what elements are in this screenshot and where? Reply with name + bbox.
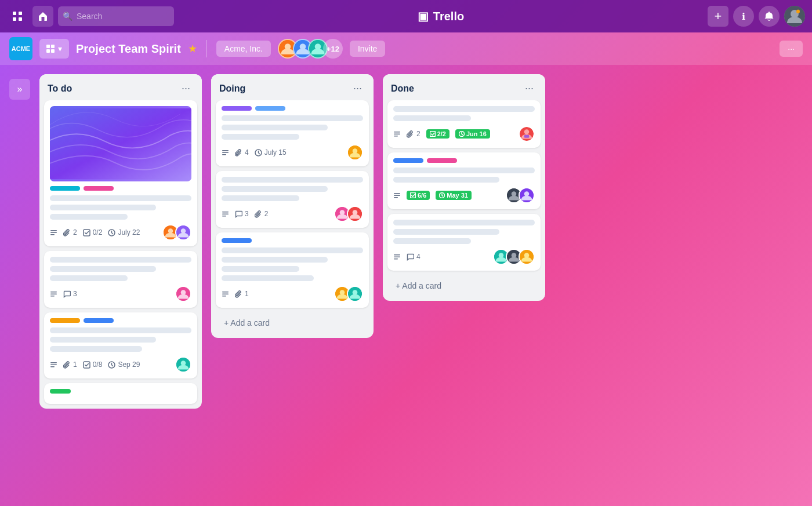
- tag-pink: [427, 158, 457, 163]
- checklist-badge-done: 2/2: [426, 129, 449, 139]
- search-container[interactable]: 🔍: [58, 6, 174, 26]
- card-doing-1[interactable]: 4 July 15: [216, 100, 369, 166]
- header-more-button[interactable]: ···: [780, 41, 803, 57]
- card-attachments: 2: [63, 228, 77, 236]
- svg-rect-0: [13, 12, 16, 15]
- svg-rect-2: [13, 17, 16, 21]
- workspace-badge[interactable]: Acme, Inc.: [216, 41, 271, 57]
- workspace-logo[interactable]: ACME: [9, 37, 32, 60]
- tag-blue-light: [255, 106, 285, 111]
- card-done-3[interactable]: 4: [387, 214, 541, 271]
- board-content: » To do ···: [0, 65, 812, 506]
- card-avatars: [175, 286, 191, 302]
- card-line: [50, 275, 128, 281]
- card-line: [50, 266, 156, 272]
- card-due-date: July 22: [108, 228, 140, 236]
- app-title-area: ▣ Trello: [179, 9, 703, 23]
- svg-rect-54: [222, 293, 229, 294]
- card-avatars: [519, 126, 535, 142]
- card-attachments: 4: [235, 148, 249, 156]
- card-todo-4[interactable]: [44, 383, 197, 404]
- checklist-badge-done: 6/6: [407, 191, 430, 200]
- card-avatars: [334, 206, 363, 222]
- svg-point-25: [168, 228, 173, 234]
- card-description-icon: [50, 290, 57, 298]
- card-avatar: [347, 206, 363, 222]
- grid-menu-icon[interactable]: [7, 6, 28, 27]
- svg-rect-41: [222, 152, 229, 153]
- tag-green: [50, 389, 71, 394]
- card-done-1[interactable]: 2 2/2 Jun 16: [387, 100, 541, 148]
- svg-rect-67: [524, 135, 530, 138]
- app-title: Trello: [433, 10, 464, 23]
- card-line: [222, 134, 299, 140]
- svg-point-81: [499, 253, 504, 258]
- card-line: [222, 186, 328, 192]
- card-avatar: [175, 286, 191, 302]
- card-attachments: 1: [63, 361, 77, 369]
- card-description-icon: [222, 290, 229, 298]
- info-button[interactable]: ℹ: [733, 6, 754, 27]
- invite-button[interactable]: Invite: [350, 41, 385, 57]
- svg-point-76: [524, 191, 530, 196]
- star-button[interactable]: ★: [188, 42, 197, 55]
- card-line: [393, 177, 499, 183]
- card-line: [222, 247, 363, 253]
- add-card-doing-button[interactable]: + Add a card: [216, 312, 369, 333]
- notifications-button[interactable]: [759, 6, 780, 27]
- card-attachments: 2: [407, 130, 420, 138]
- add-button[interactable]: +: [708, 6, 728, 27]
- card-description-icon: [50, 229, 57, 236]
- card-line: [393, 229, 499, 235]
- card-line: [222, 177, 363, 183]
- more-members-badge[interactable]: +12: [323, 39, 343, 59]
- card-todo-1[interactable]: 2 0/2 July 22: [44, 100, 197, 246]
- svg-rect-18: [50, 108, 191, 179]
- card-avatars: [162, 224, 191, 241]
- card-footer: 1 0/8 Sep 29: [50, 356, 191, 373]
- card-line: [222, 115, 363, 121]
- svg-rect-77: [394, 254, 400, 256]
- svg-rect-55: [222, 296, 226, 297]
- column-menu-todo[interactable]: ···: [178, 81, 194, 96]
- svg-rect-11: [51, 49, 55, 53]
- card-todo-2[interactable]: 3: [44, 251, 197, 308]
- home-icon[interactable]: [32, 6, 53, 27]
- card-line: [50, 214, 128, 220]
- card-avatars: [493, 249, 535, 265]
- board-view-button[interactable]: ▾: [39, 39, 69, 59]
- column-header-todo: To do ···: [39, 74, 202, 100]
- svg-rect-78: [394, 256, 400, 257]
- board-header: ACME ▾ Project Team Spirit ★ Acme, Inc.: [0, 32, 812, 65]
- tag-yellow: [50, 318, 80, 323]
- card-avatars: [347, 144, 363, 161]
- due-date-badge-done: Jun 16: [455, 129, 490, 139]
- svg-rect-69: [394, 195, 400, 196]
- card-line: [50, 337, 156, 343]
- column-header-doing: Doing ···: [211, 74, 374, 100]
- card-doing-3[interactable]: 1: [216, 232, 369, 308]
- divider: [206, 40, 207, 57]
- sidebar-toggle[interactable]: »: [9, 79, 30, 100]
- card-todo-3[interactable]: 1 0/8 Sep 29: [44, 312, 197, 378]
- user-avatar[interactable]: [784, 6, 805, 27]
- card-line: [222, 266, 299, 272]
- card-footer: 4: [393, 249, 535, 265]
- search-input[interactable]: [58, 6, 174, 26]
- add-card-done-button[interactable]: + Add a card: [387, 275, 541, 296]
- card-done-2[interactable]: 6/6 May 31: [387, 152, 541, 209]
- card-footer: 3 2: [222, 206, 363, 222]
- column-menu-done[interactable]: ···: [521, 81, 537, 96]
- svg-rect-42: [222, 154, 226, 155]
- svg-point-39: [181, 361, 186, 366]
- card-line: [393, 115, 471, 121]
- nav-right-area: + ℹ: [708, 6, 805, 27]
- svg-rect-70: [394, 197, 398, 198]
- column-menu-doing[interactable]: ···: [350, 81, 365, 96]
- svg-rect-3: [19, 17, 22, 21]
- svg-rect-60: [394, 132, 400, 133]
- card-tags: [50, 186, 191, 191]
- card-comments: 3: [63, 290, 77, 298]
- tag-blue: [393, 158, 423, 163]
- card-doing-2[interactable]: 3 2: [216, 171, 369, 228]
